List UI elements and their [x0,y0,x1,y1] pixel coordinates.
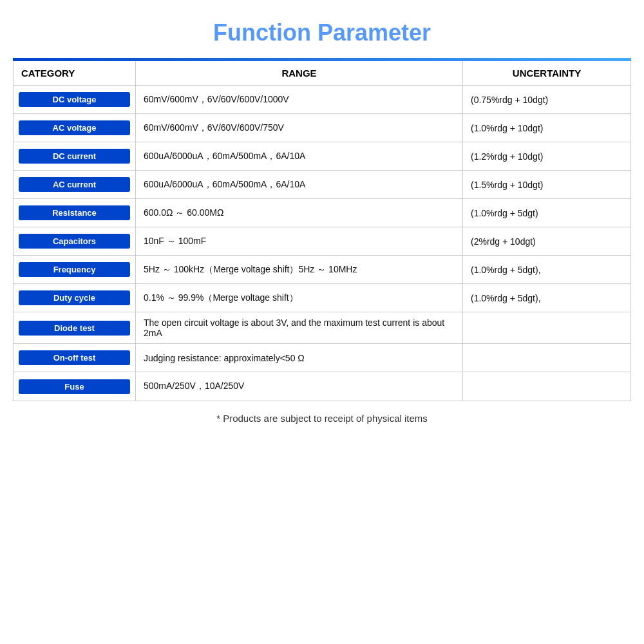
cell-category-4: Resistance [14,199,136,227]
function-parameter-table: CATEGORY RANGE UNCERTAINTY DC voltage 60… [13,61,631,401]
table-row: AC voltage 60mV/600mV，6V/60V/600V/750V (… [14,114,630,142]
header-category: CATEGORY [14,61,136,85]
category-badge-2: DC current [19,149,130,164]
cell-range-0: 60mV/600mV，6V/60V/600V/1000V [136,86,463,113]
cell-range-7: 0.1% ～ 99.9%（Merge voltage shift） [136,284,463,312]
category-badge-1: AC voltage [19,120,130,135]
cell-range-4: 600.0Ω ～ 60.00MΩ [136,199,463,227]
category-badge-9: On-off test [19,350,130,365]
cell-category-10: Fuse [14,372,136,401]
table-row: Duty cycle 0.1% ～ 99.9%（Merge voltage sh… [14,284,630,312]
cell-uncertainty-0: (0.75%rdg + 10dgt) [463,86,630,113]
table-body: DC voltage 60mV/600mV，6V/60V/600V/1000V … [14,86,630,401]
cell-uncertainty-1: (1.0%rdg + 10dgt) [463,114,630,142]
cell-uncertainty-10 [463,372,630,401]
table-row: Capacitors 10nF ～ 100mF (2%rdg + 10dgt) [14,227,630,256]
cell-category-3: AC current [14,171,136,198]
table-row: AC current 600uA/6000uA，60mA/500mA，6A/10… [14,171,630,199]
cell-uncertainty-9 [463,344,630,372]
table-row: On-off test Judging resistance: approxim… [14,344,630,372]
cell-range-8: The open circuit voltage is about 3V, an… [136,312,463,343]
cell-category-2: DC current [14,142,136,170]
cell-range-6: 5Hz ～ 100kHz（Merge voltage shift）5Hz ～ 1… [136,256,463,283]
category-badge-10: Fuse [19,379,130,394]
category-badge-3: AC current [19,177,130,192]
cell-range-9: Judging resistance: approximately<50 Ω [136,344,463,372]
cell-category-0: DC voltage [14,86,136,113]
cell-uncertainty-5: (2%rdg + 10dgt) [463,227,630,255]
table-row: Fuse 500mA/250V，10A/250V [14,372,630,401]
category-badge-6: Frequency [19,262,130,277]
table-row: DC voltage 60mV/600mV，6V/60V/600V/1000V … [14,86,630,114]
category-badge-8: Diode test [19,321,130,336]
cell-category-7: Duty cycle [14,284,136,312]
cell-uncertainty-4: (1.0%rdg + 5dgt) [463,199,630,227]
table-row: DC current 600uA/6000uA，60mA/500mA，6A/10… [14,142,630,171]
cell-uncertainty-2: (1.2%rdg + 10dgt) [463,142,630,170]
cell-range-10: 500mA/250V，10A/250V [136,372,463,401]
table-row: Resistance 600.0Ω ～ 60.00MΩ (1.0%rdg + 5… [14,199,630,227]
cell-uncertainty-6: (1.0%rdg + 5dgt), [463,256,630,283]
cell-uncertainty-7: (1.0%rdg + 5dgt), [463,284,630,312]
cell-category-9: On-off test [14,344,136,372]
header-uncertainty: UNCERTAINTY [463,61,630,85]
table-header: CATEGORY RANGE UNCERTAINTY [14,61,630,86]
cell-category-1: AC voltage [14,114,136,142]
header-range: RANGE [136,61,463,85]
cell-category-6: Frequency [14,256,136,283]
category-badge-5: Capacitors [19,234,130,249]
cell-range-5: 10nF ～ 100mF [136,227,463,255]
table-row: Frequency 5Hz ～ 100kHz（Merge voltage shi… [14,256,630,284]
cell-range-2: 600uA/6000uA，60mA/500mA，6A/10A [136,142,463,170]
table-row: Diode test The open circuit voltage is a… [14,312,630,344]
cell-uncertainty-8 [463,312,630,343]
category-badge-7: Duty cycle [19,290,130,305]
cell-range-3: 600uA/6000uA，60mA/500mA，6A/10A [136,171,463,198]
cell-uncertainty-3: (1.5%rdg + 10dgt) [463,171,630,198]
cell-category-5: Capacitors [14,227,136,255]
footnote: * Products are subject to receipt of phy… [216,413,428,424]
category-badge-0: DC voltage [19,92,130,107]
cell-range-1: 60mV/600mV，6V/60V/600V/750V [136,114,463,142]
page-title: Function Parameter [213,19,431,46]
category-badge-4: Resistance [19,205,130,220]
cell-category-8: Diode test [14,312,136,343]
